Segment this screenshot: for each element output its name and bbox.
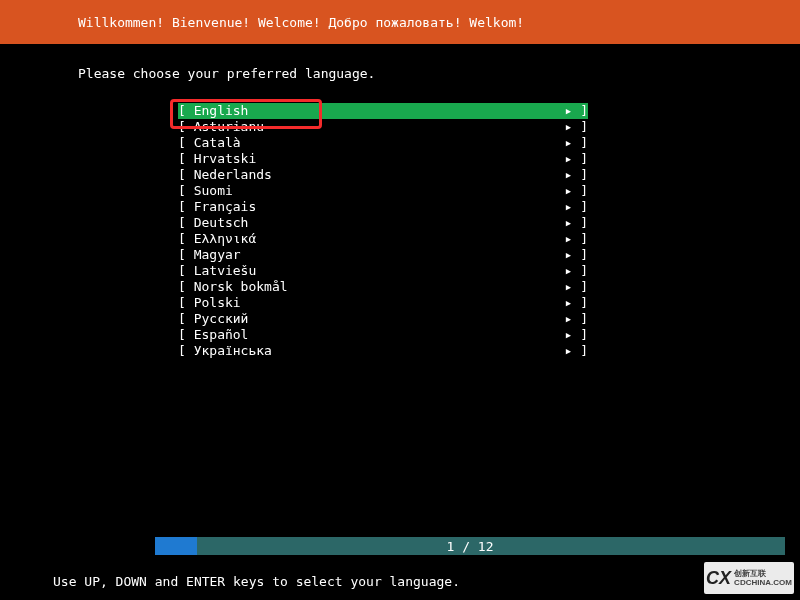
language-label: [ Français	[178, 199, 256, 215]
chevron-right-icon: ▸ ]	[565, 327, 588, 343]
chevron-right-icon: ▸ ]	[565, 343, 588, 359]
language-item[interactable]: [ Norsk bokmål▸ ]	[178, 279, 588, 295]
chevron-right-icon: ▸ ]	[565, 215, 588, 231]
language-item[interactable]: [ Català▸ ]	[178, 135, 588, 151]
language-label: [ Latviešu	[178, 263, 256, 279]
chevron-right-icon: ▸ ]	[565, 167, 588, 183]
language-item[interactable]: [ Hrvatski▸ ]	[178, 151, 588, 167]
language-label: [ Русский	[178, 311, 248, 327]
language-label: [ English	[178, 103, 248, 119]
chevron-right-icon: ▸ ]	[565, 199, 588, 215]
language-item[interactable]: [ Latviešu▸ ]	[178, 263, 588, 279]
chevron-right-icon: ▸ ]	[565, 279, 588, 295]
language-item[interactable]: [ Magyar▸ ]	[178, 247, 588, 263]
main-content: Please choose your preferred language. […	[0, 44, 800, 359]
chevron-right-icon: ▸ ]	[565, 103, 588, 119]
language-item[interactable]: [ Nederlands▸ ]	[178, 167, 588, 183]
language-label: [ Norsk bokmål	[178, 279, 288, 295]
watermark-cx: CX	[706, 568, 731, 589]
language-label: [ Nederlands	[178, 167, 272, 183]
language-item[interactable]: [ Ελληνικά▸ ]	[178, 231, 588, 247]
language-label: [ Asturianu	[178, 119, 264, 135]
language-item[interactable]: [ Polski▸ ]	[178, 295, 588, 311]
language-item[interactable]: [ English▸ ]	[178, 103, 588, 119]
language-label: [ Ελληνικά	[178, 231, 256, 247]
footer-hint: Use UP, DOWN and ENTER keys to select yo…	[53, 574, 460, 589]
language-item[interactable]: [ Deutsch▸ ]	[178, 215, 588, 231]
chevron-right-icon: ▸ ]	[565, 263, 588, 279]
chevron-right-icon: ▸ ]	[565, 119, 588, 135]
language-label: [ Català	[178, 135, 241, 151]
chevron-right-icon: ▸ ]	[565, 151, 588, 167]
language-item[interactable]: [ Asturianu▸ ]	[178, 119, 588, 135]
language-item[interactable]: [ Українська▸ ]	[178, 343, 588, 359]
chevron-right-icon: ▸ ]	[565, 295, 588, 311]
header-bar: Willkommen! Bienvenue! Welcome! Добро по…	[0, 0, 800, 44]
progress-fill	[155, 537, 197, 555]
language-item[interactable]: [ Français▸ ]	[178, 199, 588, 215]
language-label: [ Suomi	[178, 183, 233, 199]
chevron-right-icon: ▸ ]	[565, 311, 588, 327]
language-label: [ Magyar	[178, 247, 241, 263]
language-label: [ Español	[178, 327, 248, 343]
language-label: [ Deutsch	[178, 215, 248, 231]
progress-label: 1 / 12	[447, 539, 494, 554]
language-list[interactable]: [ English▸ ][ Asturianu▸ ][ Català▸ ][ H…	[78, 103, 800, 359]
header-title: Willkommen! Bienvenue! Welcome! Добро по…	[78, 15, 524, 30]
progress-bar: 1 / 12	[155, 537, 785, 555]
prompt-text: Please choose your preferred language.	[78, 66, 800, 81]
language-item[interactable]: [ Suomi▸ ]	[178, 183, 588, 199]
chevron-right-icon: ▸ ]	[565, 231, 588, 247]
chevron-right-icon: ▸ ]	[565, 183, 588, 199]
language-item[interactable]: [ Español▸ ]	[178, 327, 588, 343]
watermark-logo: CX 创新互联 CDCHINA.COM	[704, 562, 794, 594]
language-label: [ Polski	[178, 295, 241, 311]
chevron-right-icon: ▸ ]	[565, 135, 588, 151]
language-label: [ Українська	[178, 343, 272, 359]
watermark-text: 创新互联 CDCHINA.COM	[734, 569, 792, 587]
chevron-right-icon: ▸ ]	[565, 247, 588, 263]
language-label: [ Hrvatski	[178, 151, 256, 167]
language-item[interactable]: [ Русский▸ ]	[178, 311, 588, 327]
